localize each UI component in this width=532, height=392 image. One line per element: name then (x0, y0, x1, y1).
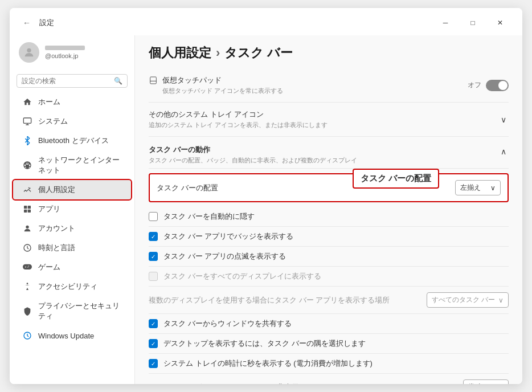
search-input[interactable] (22, 77, 111, 85)
label-hide-dropdown[interactable]: 常時 ∨ (463, 379, 509, 384)
sidebar-item-label: アクセシビリティ (38, 281, 97, 292)
system-tray-row: その他のシステム トレイ アイコン 追加のシステム トレイ アイコンを表示、また… (149, 103, 509, 137)
system-tray-title: その他のシステム トレイ アイコン (149, 109, 328, 120)
personal-icon (22, 185, 32, 195)
all-displays-label: タスク バーをすべてのディスプレイに表示する (163, 271, 321, 281)
sidebar-item-personal[interactable]: 個人用設定 (13, 180, 131, 199)
sidebar-item-winupdate[interactable]: Windows Update (13, 326, 131, 345)
user-name-placeholder (45, 46, 85, 50)
settings-window: ← 設定 ─ □ ✕ @outlook.jp (10, 8, 522, 384)
taskbar-behavior-header: タスク バーの動作 タスク バーの配置、バッジ、自動的に非表示、および複数のディ… (149, 137, 509, 169)
sidebar-item-network[interactable]: ネットワークとインターネット (13, 150, 131, 180)
window-title: 設定 (39, 18, 54, 28)
sidebar-item-bluetooth[interactable]: Bluetooth とデバイス (13, 131, 131, 150)
label-hide-arrow: ∨ (498, 383, 504, 385)
content-area: @outlook.jp 🔍 ホーム システム (10, 35, 522, 384)
sidebar-item-label: システム (38, 116, 68, 126)
all-displays-checkbox[interactable] (149, 272, 158, 281)
share-window-checkbox[interactable] (149, 319, 158, 328)
breadcrumb-current: タスク バー (224, 44, 293, 62)
main-scroll-area: 仮想タッチパッド 仮想タッチパッド アイコンを常に表示する オフ その他のシ (135, 68, 522, 384)
system-tray-info: その他のシステム トレイ アイコン 追加のシステム トレイ アイコンを表示、また… (149, 109, 328, 129)
sidebar-item-game[interactable]: ゲーム (13, 258, 131, 277)
user-email: @outlook.jp (45, 52, 85, 59)
auto-hide-label: タスク バーを自動的に隠す (163, 211, 255, 222)
svg-point-0 (27, 48, 31, 52)
share-window-label: タスク バーからウィンドウを共有する (163, 318, 292, 329)
auto-hide-checkbox[interactable] (149, 212, 158, 221)
touchpad-toggle[interactable] (486, 80, 509, 91)
alignment-label: タスク バーの配置 (157, 183, 218, 193)
privacy-icon (22, 306, 32, 316)
system-tray-expand-button[interactable]: ∨ (498, 113, 509, 126)
sidebar: @outlook.jp 🔍 ホーム システム (10, 35, 135, 384)
virtual-touchpad-row: 仮想タッチパッド 仮想タッチパッド アイコンを常に表示する オフ (149, 68, 509, 103)
alignment-value: 左揃え (460, 183, 481, 193)
multi-display-dropdown[interactable]: すべてのタスク バー ∨ (427, 292, 509, 308)
window-controls: ─ □ ✕ (432, 14, 513, 32)
taskbar-behavior-collapse-button[interactable]: ∧ (498, 145, 509, 158)
multi-display-row: 複数のディスプレイを使用する場合にタスク バー アプリを表示する場所 すべてのタ… (149, 287, 509, 314)
sidebar-item-label: ゲーム (38, 262, 60, 272)
close-button[interactable]: ✕ (487, 14, 513, 32)
game-icon (22, 262, 32, 272)
breadcrumb: 個人用設定 › タスク バー (149, 44, 509, 62)
touchpad-title: 仮想タッチパッド (162, 75, 222, 85)
clock-seconds-label: システム トレイの時計に秒を表示する (電力消費が増加します) (163, 358, 373, 369)
taskbar-behavior-desc: タスク バーの配置、バッジ、自動的に非表示、および複数のディスプレイ (149, 156, 357, 165)
label-hide-label: タスク バーのボタンをまとめラベルを非表示にする (149, 382, 321, 385)
maximize-button[interactable]: □ (460, 14, 486, 32)
breadcrumb-separator: › (216, 46, 220, 60)
svg-rect-2 (24, 206, 27, 209)
minimize-button[interactable]: ─ (432, 14, 459, 32)
back-button[interactable]: ← (19, 15, 35, 31)
share-window-row: タスク バーからウィンドウを共有する (149, 314, 509, 334)
time-icon (22, 243, 32, 253)
multi-display-value: すべてのタスク バー (432, 295, 495, 305)
network-icon (22, 160, 32, 170)
clock-seconds-checkbox[interactable] (149, 359, 158, 368)
sidebar-item-system[interactable]: システム (13, 112, 131, 131)
sidebar-item-home[interactable]: ホーム (13, 92, 131, 112)
sidebar-item-accessibility[interactable]: アクセシビリティ (13, 277, 131, 296)
bluetooth-icon (22, 136, 32, 146)
auto-hide-row: タスク バーを自動的に隠す (149, 207, 509, 227)
system-icon (22, 116, 32, 126)
badge-row: タスク バー アプリでバッジを表示する (149, 227, 509, 247)
avatar (19, 42, 39, 63)
sidebar-item-label: ネットワークとインターネット (38, 155, 122, 175)
sidebar-item-apps[interactable]: アプリ (13, 199, 131, 219)
taskbar-alignment-row: タスク バーの配置 タスク バーの配置 左揃え ∨ (149, 173, 509, 202)
flash-checkbox[interactable] (149, 252, 158, 261)
sidebar-item-label: アプリ (38, 204, 60, 214)
sidebar-item-time[interactable]: 時刻と言語 (13, 238, 131, 258)
user-info: @outlook.jp (45, 46, 85, 59)
sidebar-item-privacy[interactable]: プライバシーとセキュリティ (13, 296, 131, 326)
sidebar-item-account[interactable]: アカウント (13, 219, 131, 238)
sidebar-item-label: Bluetooth とデバイス (38, 136, 109, 146)
all-displays-row: タスク バーをすべてのディスプレイに表示する (149, 267, 509, 287)
svg-rect-10 (150, 77, 157, 84)
alignment-tooltip: タスク バーの配置 (353, 169, 439, 189)
badge-checkbox[interactable] (149, 232, 158, 241)
alignment-dropdown[interactable]: 左揃え ∨ (455, 180, 501, 195)
flash-label: タスク バー アプリの点滅を表示する (163, 251, 286, 262)
flash-row: タスク バー アプリの点滅を表示する (149, 247, 509, 267)
sidebar-item-label: 時刻と言語 (38, 243, 75, 253)
touchpad-icon (149, 76, 158, 85)
taskbar-behavior-info: タスク バーの動作 タスク バーの配置、バッジ、自動的に非表示、および複数のディ… (149, 145, 357, 165)
search-box[interactable]: 🔍 (17, 74, 128, 88)
desktop-corner-row: デスクトップを表示するには、タスク バーの隅を選択します (149, 334, 509, 354)
apps-icon (22, 204, 32, 214)
svg-rect-3 (28, 206, 31, 209)
toggle-off-label: オフ (468, 80, 481, 90)
clock-seconds-row: システム トレイの時計に秒を表示する (電力消費が増加します) (149, 354, 509, 374)
taskbar-behavior-title: タスク バーの動作 (149, 145, 357, 155)
desktop-corner-checkbox[interactable] (149, 339, 158, 348)
page-header: 個人用設定 › タスク バー (135, 35, 522, 68)
sidebar-item-label: ホーム (38, 97, 60, 107)
main-content: 個人用設定 › タスク バー 仮想タッチパッド 仮想タッチパッド アイコンを常に… (135, 35, 522, 384)
title-bar-left: ← 設定 (19, 15, 54, 31)
toggle-knob (498, 81, 508, 90)
svg-point-6 (26, 226, 28, 228)
